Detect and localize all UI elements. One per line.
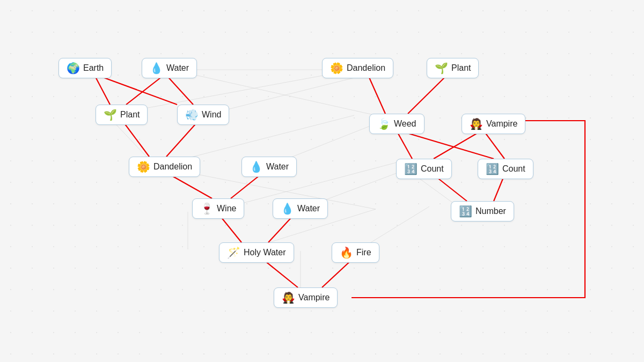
- node-dandelion2[interactable]: 🌼Dandelion: [129, 157, 200, 177]
- dandelion1-label: Dandelion: [347, 63, 385, 73]
- node-count2[interactable]: 🔢Count: [478, 159, 533, 179]
- node-plant2[interactable]: 🌱Plant: [96, 105, 148, 125]
- water2-label: Water: [266, 162, 289, 172]
- node-vampire2[interactable]: 🧛Vampire: [274, 287, 338, 308]
- wine-label: Wine: [217, 204, 236, 213]
- water3-emoji: 💧: [281, 202, 294, 215]
- water1-emoji: 💧: [150, 62, 163, 75]
- node-count1[interactable]: 🔢Count: [396, 159, 452, 179]
- count2-emoji: 🔢: [486, 162, 499, 175]
- node-dandelion1[interactable]: 🌼Dandelion: [322, 58, 393, 78]
- fire-emoji: 🔥: [340, 246, 353, 259]
- count2-label: Count: [502, 164, 525, 174]
- number-label: Number: [475, 206, 506, 216]
- plant2-emoji: 🌱: [104, 108, 117, 121]
- node-weed[interactable]: 🍃Weed: [369, 114, 425, 134]
- node-holywater[interactable]: 🪄Holy Water: [219, 242, 294, 263]
- dandelion1-emoji: 🌼: [330, 62, 343, 75]
- water2-emoji: 💧: [250, 160, 263, 173]
- water1-label: Water: [166, 63, 189, 73]
- node-water1[interactable]: 💧Water: [142, 58, 197, 78]
- earth-emoji: 🌍: [67, 62, 80, 75]
- node-water2[interactable]: 💧Water: [241, 157, 297, 177]
- plant1-emoji: 🌱: [435, 62, 448, 75]
- weed-label: Weed: [394, 119, 416, 129]
- fire-label: Fire: [356, 248, 371, 257]
- wine-emoji: 🍷: [200, 202, 214, 215]
- node-number[interactable]: 🔢Number: [451, 201, 514, 221]
- node-vampire1[interactable]: 🧛Vampire: [462, 114, 525, 134]
- count1-label: Count: [421, 164, 444, 174]
- node-wind[interactable]: 💨Wind: [177, 105, 229, 125]
- vampire1-label: Vampire: [486, 119, 517, 129]
- wind-label: Wind: [202, 110, 221, 120]
- node-water3[interactable]: 💧Water: [273, 198, 328, 219]
- node-plant1[interactable]: 🌱Plant: [427, 58, 479, 78]
- node-wine[interactable]: 🍷Wine: [192, 198, 244, 219]
- earth-label: Earth: [83, 63, 104, 73]
- water3-label: Water: [297, 204, 320, 213]
- plant1-label: Plant: [451, 63, 471, 73]
- weed-emoji: 🍃: [377, 117, 391, 130]
- node-earth[interactable]: 🌍Earth: [58, 58, 112, 78]
- vampire2-label: Vampire: [298, 293, 330, 302]
- dandelion2-emoji: 🌼: [137, 160, 150, 173]
- holywater-label: Holy Water: [244, 248, 286, 257]
- number-emoji: 🔢: [459, 205, 472, 218]
- wind-emoji: 💨: [185, 108, 199, 121]
- plant2-label: Plant: [120, 110, 140, 120]
- dandelion2-label: Dandelion: [153, 162, 192, 172]
- vampire2-emoji: 🧛: [282, 291, 295, 304]
- vampire1-emoji: 🧛: [470, 117, 483, 130]
- count1-emoji: 🔢: [404, 162, 418, 175]
- node-fire[interactable]: 🔥Fire: [332, 242, 379, 263]
- holywater-emoji: 🪄: [227, 246, 240, 259]
